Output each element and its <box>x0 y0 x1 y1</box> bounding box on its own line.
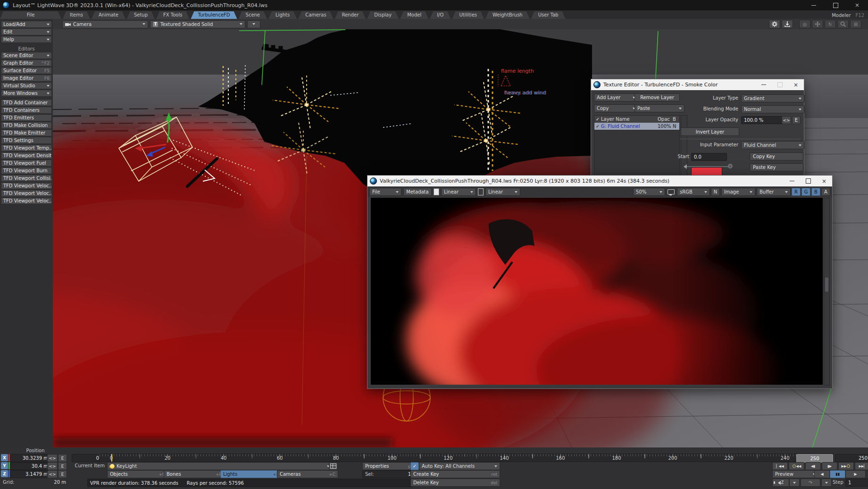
zoom-view-button[interactable] <box>837 20 849 28</box>
current-item-dropdown[interactable]: KeyLight <box>107 462 333 470</box>
y-axis-chip[interactable]: Y <box>1 462 8 469</box>
loop-mode-button[interactable]: ↷ <box>801 479 820 487</box>
sidebar-item-graph-editor[interactable]: Graph Editor^F2 <box>1 59 52 67</box>
objects-button[interactable]: Objects+O <box>107 470 168 478</box>
sidebar-item-surface-editor[interactable]: Surface EditorF5 <box>1 67 52 74</box>
start-field[interactable]: 0.0 <box>691 153 727 161</box>
maximize-button[interactable] <box>825 0 846 10</box>
tab-cameras[interactable]: Cameras <box>298 11 333 19</box>
sidebar-item-tfd[interactable]: TFD Make Collision <box>1 122 52 129</box>
play-button[interactable]: ▶ <box>845 470 866 478</box>
input-parameter-dropdown[interactable]: Fluid Channel <box>741 141 804 149</box>
go-last-frame-button[interactable]: ▶▶▏ <box>855 462 868 470</box>
tab-scene[interactable]: Scene <box>239 11 267 19</box>
blue-channel-button[interactable]: B <box>811 188 820 196</box>
tab-animate[interactable]: Animate <box>92 11 125 19</box>
shading-mode-dropdown[interactable]: T Textured Shaded Solid <box>150 20 245 28</box>
auto-key-checkbox[interactable]: ✓ <box>410 462 419 470</box>
sidebar-item-help[interactable]: Help <box>1 36 52 43</box>
sidebar-item-tfd[interactable]: TFD Viewport Veloc... <box>1 182 52 189</box>
tab-weightbrush[interactable]: WeightBrush <box>485 11 530 19</box>
tab-setup[interactable]: Setup <box>127 11 155 19</box>
center-item-button[interactable]: ◎ <box>799 20 810 28</box>
item-list-button[interactable] <box>329 462 338 470</box>
minimize-button[interactable] <box>784 176 800 186</box>
sidebar-item-tfd[interactable]: TFD Make Emitter <box>1 129 52 136</box>
sidebar-item-more-windows[interactable]: More Windows <box>1 90 52 97</box>
sidebar-item-tfd[interactable]: TFD Containers <box>1 107 52 114</box>
y-envelope-button[interactable]: E <box>58 462 67 470</box>
sidebar-item-tfd[interactable]: TFD Emitters <box>1 114 52 121</box>
tab-render[interactable]: Render <box>335 11 366 19</box>
colorspace-dropdown-2[interactable]: Linear <box>485 188 520 196</box>
image-dropdown[interactable]: Image <box>721 188 755 196</box>
loop-options-button[interactable] <box>821 479 832 487</box>
tab-turbulencefd[interactable]: TurbulenceFD <box>191 11 237 19</box>
x-position-field[interactable]: 30.3239 m <box>10 454 51 462</box>
prev-keyframe-button[interactable]: ◀◀ <box>789 462 804 470</box>
next-frame-button[interactable]: ▮▶ <box>822 462 837 470</box>
step-field[interactable]: 1 <box>845 479 868 487</box>
maximize-button[interactable] <box>772 79 788 90</box>
opacity-envelope-button[interactable]: E <box>792 116 801 124</box>
go-first-frame-button[interactable]: ▏◀◀ <box>772 462 788 470</box>
x-axis-chip[interactable]: X <box>1 454 8 461</box>
sidebar-item-tfd[interactable]: TFD Settings <box>1 137 52 144</box>
monitor-icon[interactable] <box>668 189 675 194</box>
x-envelope-button[interactable]: E <box>58 454 67 462</box>
timeline-ruler[interactable]: 0 20 40 60 80 100 120 140 160 180 200 22… <box>99 454 834 462</box>
normalize-button[interactable]: N <box>711 188 720 196</box>
minimize-button[interactable] <box>803 0 825 10</box>
alpha-channel-button[interactable]: A <box>821 188 830 196</box>
colorspace-dropdown-1[interactable]: Linear <box>441 188 476 196</box>
sidebar-item-scene-editor[interactable]: Scene Editor <box>1 52 52 59</box>
tab-utilities[interactable]: Utilities <box>452 11 484 19</box>
sidebar-item-edit[interactable]: Edit <box>1 28 52 35</box>
cameras-button[interactable]: Cameras+C <box>277 470 338 478</box>
z-axis-chip[interactable]: Z <box>1 470 8 477</box>
srgb-dropdown[interactable]: sRGB <box>677 188 710 196</box>
quad-view-button[interactable]: ⊞ <box>850 20 861 28</box>
remove-layer-button[interactable]: Remove Layer <box>634 93 680 101</box>
zoom-level-dropdown[interactable]: 50% <box>633 188 665 196</box>
document-icon[interactable] <box>478 188 484 195</box>
viewport-settings-button[interactable] <box>769 20 780 28</box>
x-minmax-button[interactable]: <> <box>47 454 58 462</box>
timeline-playhead[interactable] <box>111 454 112 462</box>
z-minmax-button[interactable]: <> <box>47 470 58 478</box>
layer-type-dropdown[interactable]: Gradient <box>741 94 804 102</box>
copy-key-button[interactable]: Copy Key <box>750 152 803 160</box>
opacity-minmax-button[interactable]: <> <box>782 116 791 124</box>
layer-row-fluid-channel[interactable]: ✓ G: Fluid Channel 100% N <box>594 123 680 130</box>
sidebar-item-tfd[interactable]: TFD Viewport Veloc... <box>1 190 52 197</box>
pan-view-button[interactable] <box>812 20 823 28</box>
gradient-delete-handle[interactable]: × <box>728 164 733 169</box>
auto-key-dropdown[interactable]: Auto Key: All Channels <box>419 462 500 470</box>
red-channel-button[interactable]: R <box>792 188 801 196</box>
close-button[interactable]: × <box>816 176 832 186</box>
tab-user-tab[interactable]: User Tab <box>531 11 566 19</box>
paste-dropdown[interactable]: Paste <box>634 104 684 112</box>
file-dropdown[interactable]: File <box>369 188 401 196</box>
next-keyframe-button[interactable]: ▶▶ <box>838 462 854 470</box>
audio-scrub-button[interactable]: Z <box>772 479 789 487</box>
create-key-button[interactable]: Create Keyret <box>410 470 500 478</box>
sidebar-item-tfd[interactable]: TFD Viewport Temp... <box>1 144 52 152</box>
save-view-button[interactable] <box>782 20 793 28</box>
end-frame-field[interactable]: 250 <box>835 454 868 462</box>
maximize-button[interactable] <box>800 176 816 186</box>
close-button[interactable]: × <box>846 0 868 10</box>
gradient-left-handle[interactable] <box>684 164 687 169</box>
sidebar-item-tfd[interactable]: TFD Viewport Fuel <box>1 160 52 167</box>
sidebar-item-tfd[interactable]: TFD Viewport Collisi... <box>1 175 52 182</box>
prev-frame-button[interactable]: ◀▮ <box>805 462 821 470</box>
add-layer-dropdown[interactable]: Add Layer <box>594 93 638 101</box>
sidebar-item-virtual-studio[interactable]: Virtual Studio <box>1 82 52 89</box>
tab-file[interactable]: File <box>0 11 61 19</box>
texture-editor-title-bar[interactable]: Texture Editor - TurbulenceFD - Smoke Co… <box>591 79 804 90</box>
sidebar-item-tfd[interactable]: TFD Add Container <box>1 99 52 106</box>
sidebar-item-load-add[interactable]: Load/Add <box>1 21 52 28</box>
view-mode-dropdown[interactable]: Camera <box>62 20 148 28</box>
sidebar-item-tfd[interactable]: TFD Viewport Density <box>1 152 52 159</box>
y-position-field[interactable]: 30.4 m <box>10 462 51 470</box>
